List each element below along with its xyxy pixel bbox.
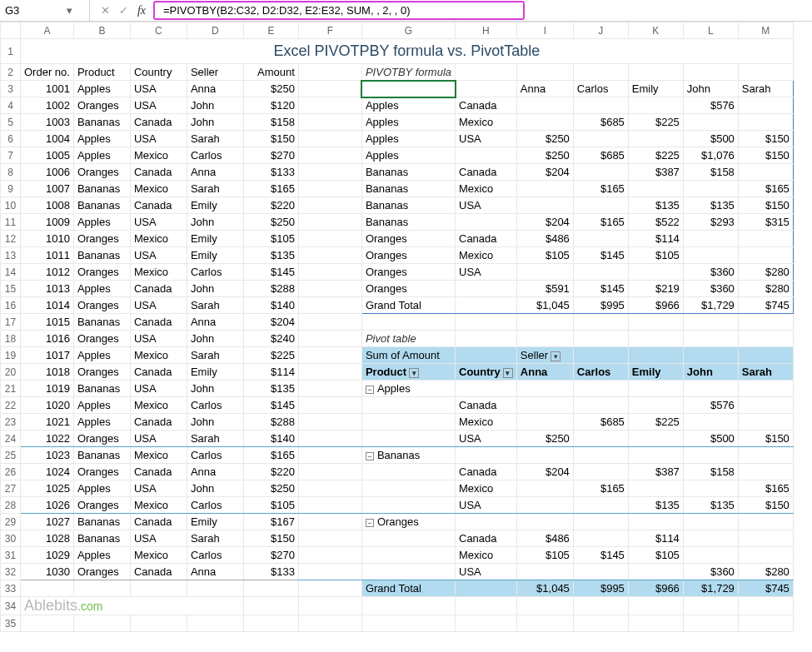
cell[interactable] [298, 131, 361, 147]
cell[interactable]: $145 [573, 547, 628, 564]
cell[interactable]: Apples [361, 97, 455, 114]
cell[interactable]: Anna [187, 564, 243, 580]
cell[interactable] [187, 615, 243, 632]
cell[interactable] [298, 314, 361, 331]
cell[interactable] [628, 480, 683, 497]
cell[interactable]: Bananas [73, 314, 130, 331]
cell[interactable]: $486 [516, 231, 573, 247]
cell[interactable]: $150 [738, 147, 793, 164]
cell[interactable] [683, 447, 738, 464]
cell[interactable] [516, 447, 573, 464]
cell[interactable] [298, 214, 361, 231]
cell[interactable]: Canada [130, 314, 187, 331]
cell[interactable]: 1016 [21, 331, 74, 347]
cell[interactable]: $220 [243, 197, 298, 214]
cell[interactable]: 1020 [21, 397, 74, 414]
cell[interactable] [298, 580, 361, 597]
cell[interactable]: Canada [456, 164, 517, 181]
cell[interactable]: John [187, 381, 243, 397]
row-header[interactable]: 16 [1, 297, 21, 314]
cell[interactable]: John [187, 331, 243, 347]
cell[interactable] [738, 615, 793, 632]
cell[interactable]: 1001 [21, 81, 74, 97]
cell[interactable] [361, 397, 455, 414]
cell[interactable] [573, 347, 628, 364]
cell[interactable] [516, 381, 573, 397]
cell[interactable]: $165 [738, 480, 793, 497]
cell[interactable] [738, 381, 793, 397]
cell[interactable]: Oranges [73, 464, 130, 480]
cell[interactable]: USA [130, 97, 187, 114]
cell[interactable]: 1028 [21, 530, 74, 547]
cell[interactable]: USA [130, 381, 187, 397]
cell[interactable]: Apples [73, 214, 130, 231]
cell[interactable] [573, 530, 628, 547]
cell[interactable]: Mexico [130, 181, 187, 197]
cell[interactable]: Emily [187, 231, 243, 247]
cell[interactable]: $280 [738, 264, 793, 281]
cell[interactable]: $140 [243, 431, 298, 447]
cell[interactable]: USA [456, 497, 517, 514]
cell[interactable] [243, 580, 298, 597]
pivottable-group-header[interactable]: −Apples [361, 381, 455, 397]
cell[interactable]: 1011 [21, 247, 74, 264]
row-header[interactable]: 12 [1, 231, 21, 247]
cell[interactable] [516, 615, 573, 632]
cell[interactable]: $105 [628, 547, 683, 564]
cell[interactable]: Canada [456, 530, 517, 547]
cell[interactable] [738, 164, 793, 181]
cell[interactable] [298, 114, 361, 131]
row-header[interactable]: 13 [1, 247, 21, 264]
filter-dropdown-icon[interactable]: ▾ [409, 368, 419, 378]
cell[interactable]: Oranges [73, 497, 130, 514]
cell[interactable] [573, 314, 628, 331]
select-all-corner[interactable] [1, 22, 21, 39]
cell[interactable]: Canada [130, 464, 187, 480]
cell[interactable]: $150 [738, 497, 793, 514]
row-header[interactable]: 25 [1, 447, 21, 464]
cell[interactable]: 1015 [21, 314, 74, 331]
col-header-A[interactable]: A [21, 22, 74, 39]
cell[interactable] [628, 181, 683, 197]
cell[interactable]: $135 [628, 497, 683, 514]
cell[interactable] [738, 347, 793, 364]
cell[interactable]: USA [130, 331, 187, 347]
row-header[interactable]: 24 [1, 431, 21, 447]
spreadsheet-grid[interactable]: A B C D E F G H I J K L M 1Excel PIVOTPB… [0, 22, 794, 632]
cell[interactable]: $133 [243, 564, 298, 580]
cell[interactable]: Oranges [73, 297, 130, 314]
cell[interactable] [573, 231, 628, 247]
cell[interactable]: $150 [243, 530, 298, 547]
row-header[interactable]: 22 [1, 397, 21, 414]
cell[interactable]: 1013 [21, 281, 74, 297]
cell[interactable] [298, 514, 361, 530]
cell[interactable]: Bananas [73, 514, 130, 530]
cell[interactable]: Oranges [361, 281, 455, 297]
cell[interactable] [361, 597, 455, 615]
cell[interactable]: Bananas [73, 247, 130, 264]
cell[interactable]: $204 [516, 464, 573, 480]
cell[interactable] [683, 64, 738, 81]
col-header-L[interactable]: L [683, 22, 738, 39]
cell[interactable]: John [187, 214, 243, 231]
cell[interactable] [361, 431, 455, 447]
cell[interactable]: Mexico [130, 347, 187, 364]
cell[interactable] [73, 580, 130, 597]
cell[interactable]: $486 [516, 530, 573, 547]
cell[interactable] [683, 597, 738, 615]
cell[interactable]: 1010 [21, 231, 74, 247]
cell[interactable] [573, 97, 628, 114]
cell[interactable]: Carlos [187, 447, 243, 464]
cell[interactable]: Apples [73, 547, 130, 564]
cell[interactable]: 1021 [21, 414, 74, 431]
cell[interactable] [361, 480, 455, 497]
cell[interactable]: Canada [130, 197, 187, 214]
cell[interactable] [628, 447, 683, 464]
cell[interactable]: $165 [573, 214, 628, 231]
cell[interactable]: Mexico [456, 547, 517, 564]
cell[interactable]: $387 [628, 164, 683, 181]
row-header[interactable]: 11 [1, 214, 21, 231]
cell[interactable]: $500 [683, 131, 738, 147]
cell[interactable]: Emily [187, 247, 243, 264]
cell[interactable] [456, 297, 517, 314]
